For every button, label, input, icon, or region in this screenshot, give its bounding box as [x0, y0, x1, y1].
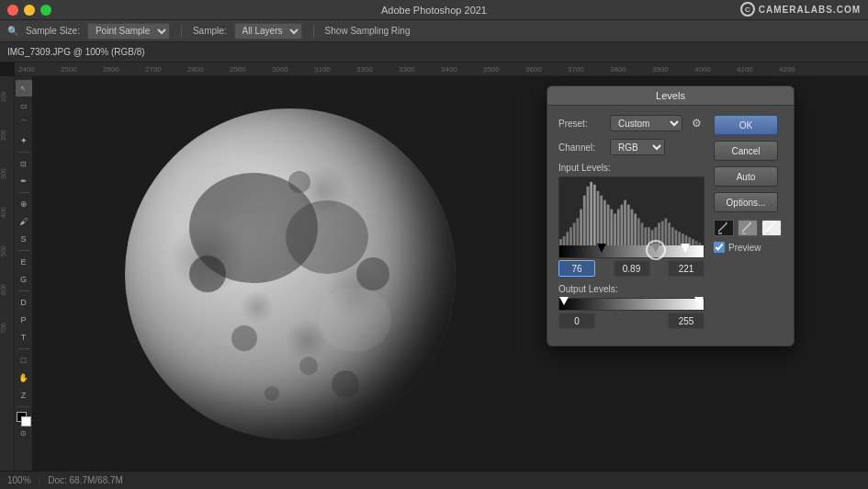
ruler-mark: 2500 — [61, 65, 103, 74]
toolbar-divider — [17, 192, 30, 193]
svg-rect-31 — [627, 205, 630, 245]
input-values-row — [558, 260, 705, 277]
shape-tool[interactable]: □ — [16, 352, 32, 369]
ruler-mark: 2700 — [145, 65, 187, 74]
traffic-lights[interactable] — [7, 5, 51, 16]
preset-dropdown[interactable]: Custom — [610, 115, 682, 131]
cancel-button[interactable]: Cancel — [714, 141, 778, 161]
histogram — [558, 176, 705, 245]
preview-row: Preview — [714, 242, 783, 253]
svg-rect-16 — [576, 218, 579, 245]
eyedroppers — [714, 220, 783, 236]
sample-dropdown[interactable]: All Layers — [234, 23, 302, 40]
svg-rect-21 — [593, 185, 596, 245]
preset-label: Preset: — [558, 119, 604, 129]
minimize-button[interactable] — [24, 5, 35, 16]
sample-size-dropdown[interactable]: Point Sample — [87, 23, 170, 40]
pen-tool[interactable]: P — [16, 312, 32, 328]
output-black-thumb[interactable] — [559, 297, 569, 305]
ruler-mark: 2400 — [18, 65, 61, 74]
black-point-eyedropper[interactable] — [714, 220, 734, 236]
svg-rect-14 — [569, 227, 572, 245]
eyedropper-tool[interactable]: ✒ — [16, 173, 32, 189]
histogram-svg — [559, 177, 704, 245]
options-button[interactable]: Options... — [714, 192, 778, 212]
preset-gear-button[interactable]: ⚙ — [688, 115, 705, 131]
svg-rect-13 — [566, 232, 569, 245]
output-slider-track[interactable] — [558, 298, 705, 311]
svg-rect-30 — [624, 200, 626, 245]
dialog-titlebar: Levels — [547, 86, 794, 106]
svg-point-1 — [286, 200, 368, 274]
ruler-mark: 4000 — [694, 65, 737, 74]
maximize-button[interactable] — [40, 5, 51, 16]
svg-rect-42 — [665, 218, 668, 245]
ruler-v-mark: 700 — [0, 310, 14, 347]
crop-tool[interactable]: ⊡ — [16, 155, 32, 172]
close-button[interactable] — [7, 5, 18, 16]
svg-rect-28 — [617, 210, 620, 245]
output-white-thumb[interactable] — [694, 297, 704, 305]
type-tool[interactable]: T — [16, 329, 32, 346]
dialog-title: Levels — [656, 90, 685, 101]
svg-rect-53 — [718, 233, 722, 234]
svg-rect-32 — [631, 210, 634, 245]
input-gray-field[interactable] — [614, 260, 650, 277]
toolbar: ↖ ▭ ⌒ ✦ ⊡ ✒ ⊕ 🖌 S E G D P T □ ✋ Z ⊙ — [15, 76, 33, 489]
divider2 — [313, 25, 314, 38]
ruler-mark: 3100 — [314, 65, 356, 74]
input-white-field[interactable] — [668, 260, 705, 277]
svg-point-10 — [263, 269, 318, 315]
move-tool[interactable]: ↖ — [16, 80, 32, 97]
output-black-field[interactable] — [558, 313, 595, 329]
foreground-bg-swatch[interactable] — [17, 412, 31, 426]
background-color[interactable] — [21, 416, 31, 426]
ruler-mark: 4200 — [779, 65, 821, 74]
svg-point-2 — [288, 171, 310, 193]
clone-stamp-tool[interactable]: S — [16, 231, 32, 247]
ok-button[interactable]: OK — [714, 115, 778, 135]
eyedropper-icon: 🔍 — [7, 26, 18, 36]
zoom-tool[interactable]: Z — [16, 387, 32, 404]
healing-brush-tool[interactable]: ⊕ — [16, 196, 32, 212]
input-black-thumb[interactable] — [597, 244, 606, 253]
watermark-text: CAMERALABS.COM — [759, 5, 861, 15]
quick-mask-btn[interactable]: ⊙ — [20, 429, 27, 438]
svg-rect-25 — [607, 205, 610, 245]
input-gray-thumb[interactable] — [651, 244, 660, 253]
dodge-tool[interactable]: D — [16, 294, 32, 311]
options-bar: 🔍 Sample Size: Point Sample Sample: All … — [0, 20, 868, 42]
ruler-mark: 3800 — [610, 65, 652, 74]
output-white-field[interactable] — [668, 313, 705, 329]
svg-rect-44 — [671, 227, 674, 245]
svg-point-3 — [356, 257, 389, 290]
input-white-thumb[interactable] — [681, 244, 690, 253]
svg-rect-43 — [668, 222, 671, 245]
input-slider-track[interactable] — [558, 245, 705, 258]
moon — [125, 108, 456, 439]
input-black-field[interactable] — [558, 260, 595, 277]
svg-point-5 — [299, 357, 318, 375]
lasso-tool[interactable]: ⌒ — [16, 115, 32, 131]
channel-dropdown[interactable]: RGB — [610, 139, 665, 155]
magic-wand-tool[interactable]: ✦ — [16, 132, 32, 149]
gradient-tool[interactable]: G — [16, 271, 32, 288]
gray-point-eyedropper[interactable] — [738, 220, 758, 236]
eraser-tool[interactable]: E — [16, 254, 32, 270]
hand-tool[interactable]: ✋ — [16, 370, 32, 386]
preview-checkbox[interactable] — [714, 242, 725, 253]
white-point-eyedropper[interactable] — [761, 220, 782, 236]
ruler-mark: 2800 — [187, 65, 230, 74]
sample-label: Sample: — [193, 26, 227, 36]
ruler-v-mark: 200 — [0, 117, 14, 154]
toolbar-divider — [17, 348, 30, 349]
svg-rect-18 — [583, 196, 586, 245]
preset-row: Preset: Custom ⚙ — [558, 115, 705, 131]
brush-tool[interactable]: 🖌 — [16, 213, 32, 230]
ruler-mark: 3300 — [399, 65, 441, 74]
selection-tool[interactable]: ▭ — [16, 97, 32, 114]
ruler-mark: 3400 — [441, 65, 483, 74]
channel-label: Channel: — [558, 142, 604, 153]
svg-rect-50 — [692, 239, 694, 245]
auto-button[interactable]: Auto — [714, 166, 778, 187]
